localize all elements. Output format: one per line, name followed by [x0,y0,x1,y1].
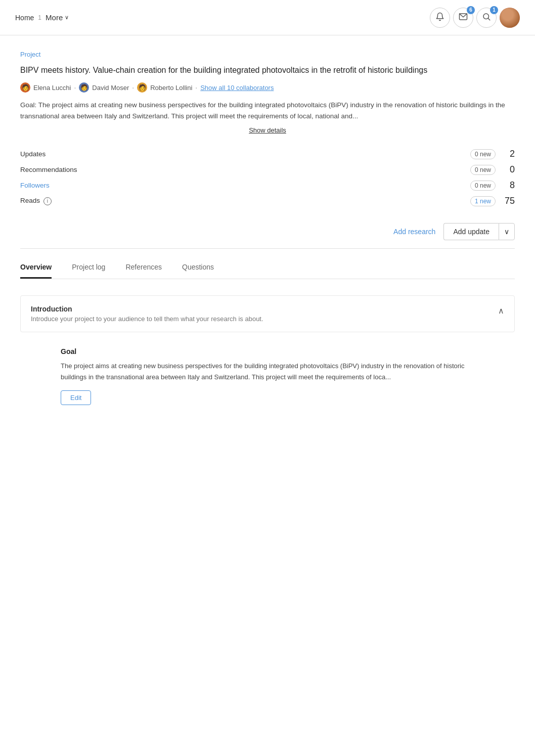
stat-badge-reads: 1 new [470,196,496,206]
add-update-button[interactable]: Add update [443,223,499,240]
bell-icon [435,12,444,23]
intro-text-block: Introduction Introduce your project to y… [31,305,263,323]
search-button[interactable]: 1 [476,8,497,28]
stat-badge-followers: 0 new [470,181,496,191]
show-all-collaborators-link[interactable]: Show all 10 collaborators [200,84,274,92]
author-name-1: Elena Lucchi [33,84,71,92]
stat-row-reads: Reads i 1 new 75 [20,193,515,209]
tab-questions[interactable]: Questions [182,263,214,279]
svg-point-1 [483,14,489,19]
show-details-link[interactable]: Show details [20,126,515,134]
tabs-row: Overview Project log References Question… [20,263,515,279]
author-name-3: Roberto Lollini [150,84,192,92]
stat-badge-recommendations: 0 new [470,165,496,175]
more-menu[interactable]: More ∨ [46,13,69,22]
stat-count-recommendations: 0 [500,164,515,175]
reads-info-icon[interactable]: i [43,197,52,205]
home-link[interactable]: Home [15,14,34,22]
stat-label-updates: Updates [20,150,46,158]
followers-link[interactable]: Followers [20,182,50,189]
dot-3: · [195,83,197,92]
stat-row-followers: Followers 0 new 8 [20,177,515,193]
dot-2: · [132,83,134,92]
goal-text: The project aims at creating new busines… [61,361,474,382]
mail-badge: 6 [467,6,475,14]
stat-count-updates: 2 [500,149,515,159]
edit-button[interactable]: Edit [61,390,91,405]
tab-project-log[interactable]: Project log [72,263,105,279]
author-avatar-3: 🧑 [137,82,147,93]
avatar-image [500,8,520,28]
add-update-dropdown-button[interactable]: ∨ [499,223,515,240]
author-name-2: David Moser [92,84,129,92]
search-icon [482,12,491,23]
stat-label-followers: Followers [20,182,50,189]
stat-right-reads: 1 new 75 [470,196,515,206]
stats-section: Updates 0 new 2 Recommendations 0 new 0 … [20,146,515,209]
authors-row: 🧑 Elena Lucchi · 🧑 David Moser · 🧑 Rober… [20,82,515,93]
search-badge: 1 [490,6,498,14]
stat-row-recommendations: Recommendations 0 new 0 [20,162,515,177]
add-research-button[interactable]: Add research [385,224,443,240]
project-description: Goal: The project aims at creating new b… [20,100,515,121]
stat-row-updates: Updates 0 new 2 [20,146,515,162]
intro-title: Introduction [31,305,263,313]
stat-count-followers: 8 [500,180,515,191]
mail-icon [459,12,468,23]
user-avatar[interactable] [500,8,520,28]
project-title: BIPV meets history. Value-chain creation… [20,64,515,76]
action-row: Add research Add update ∨ [20,223,515,249]
author-avatar-1: 🧑 [20,82,30,93]
tab-overview[interactable]: Overview [20,263,52,279]
goal-title: Goal [61,347,474,355]
author-avatar-2: 🧑 [79,82,89,93]
intro-subtitle: Introduce your project to your audience … [31,315,263,323]
stat-badge-updates: 0 new [470,149,496,159]
stat-right-followers: 0 new 8 [470,180,515,191]
tab-references[interactable]: References [125,263,162,279]
more-label: More [46,13,63,22]
mail-button[interactable]: 6 [453,8,473,28]
stat-label-reads: Reads i [20,197,52,205]
nav-right: 6 1 [430,8,520,28]
collapse-icon[interactable]: ∧ [498,306,504,316]
goal-section: Goal The project aims at creating new bu… [20,347,515,405]
chevron-down-icon: ∨ [65,14,69,21]
nav-left: Home 1 More ∨ [15,13,69,22]
introduction-section: Introduction Introduce your project to y… [20,295,515,332]
bell-button[interactable] [430,8,450,28]
nav-separator: 1 [38,14,41,21]
stat-right-updates: 0 new 2 [470,149,515,159]
svg-line-2 [488,18,489,20]
main-content: Project BIPV meets history. Value-chain … [0,35,535,420]
top-navigation: Home 1 More ∨ 6 1 [0,0,535,35]
dot-1: · [74,83,76,92]
project-label: Project [20,51,515,58]
chevron-down-icon: ∨ [504,228,509,236]
stat-count-reads: 75 [500,196,515,206]
stat-label-recommendations: Recommendations [20,166,77,173]
stat-right-recommendations: 0 new 0 [470,164,515,175]
